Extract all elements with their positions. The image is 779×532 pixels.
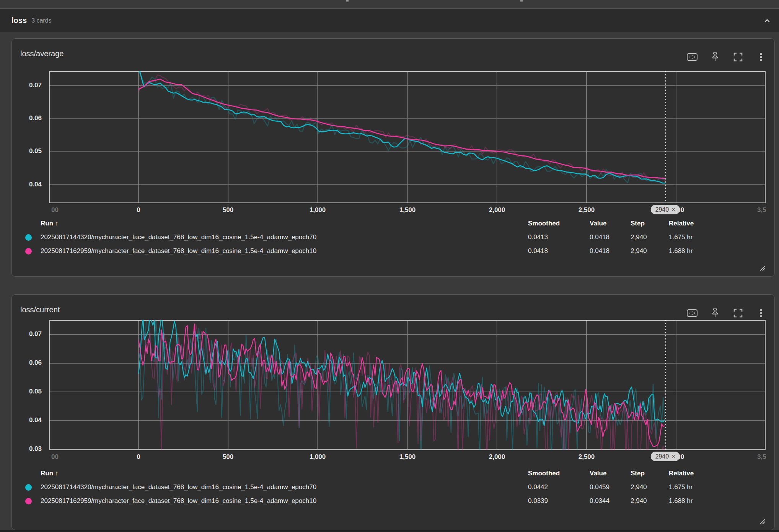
- y-tick-label: 0.03: [12, 445, 42, 452]
- y-tick-label: 0.05: [12, 147, 42, 155]
- resize-handle-icon[interactable]: [758, 517, 766, 525]
- fullscreen-icon: [733, 308, 743, 318]
- y-tick-label: 0.07: [12, 82, 42, 89]
- y-axis-labels: 0.070.060.050.04: [12, 71, 46, 205]
- x-tick-label: 0: [137, 206, 140, 214]
- column-header-run[interactable]: Run ↑: [41, 467, 528, 480]
- chart-title: loss/current: [20, 305, 60, 314]
- run-name[interactable]: 20250817162959/mycharacter_face_dataset_…: [41, 494, 528, 508]
- chart-card-loss-current: loss/current 0.070.060.050.040.03 05001,…: [11, 294, 775, 530]
- pin-button[interactable]: [708, 306, 722, 320]
- chart-title: loss/average: [20, 49, 64, 58]
- card-actions: [685, 50, 768, 64]
- x-axis-edge-label: 00: [51, 206, 59, 214]
- run-value: 0.0418: [590, 230, 631, 244]
- y-tick-label: 0.04: [12, 181, 42, 188]
- run-smoothed: 0.0413: [528, 230, 590, 244]
- run-color-dot: [25, 230, 41, 244]
- step-marker-pill[interactable]: 2940 ×: [651, 452, 680, 461]
- fit-to-data-icon: [686, 308, 698, 318]
- x-axis-edge-label: 00: [51, 453, 59, 461]
- step-marker-pill[interactable]: 2940 ×: [651, 205, 680, 214]
- x-tick-label: 1,500: [399, 453, 416, 461]
- fit-to-data-button[interactable]: [685, 306, 699, 320]
- x-tick-label: 1,000: [310, 453, 326, 461]
- chart-plot-area[interactable]: [49, 320, 766, 450]
- card-actions: [685, 306, 768, 320]
- x-tick-label: 0: [137, 453, 140, 461]
- column-header-relative[interactable]: Relative: [669, 467, 762, 480]
- run-relative: 1.688 hr: [669, 494, 762, 508]
- column-header-relative[interactable]: Relative: [669, 217, 762, 230]
- sort-arrow-icon: ↑: [55, 470, 59, 477]
- run-smoothed: 0.0442: [528, 480, 590, 494]
- clipped-toolbar-mark: [346, 0, 349, 2]
- run-step: 2,940: [631, 230, 669, 244]
- fit-to-data-icon: [686, 52, 698, 62]
- column-header-step[interactable]: Step: [631, 217, 669, 230]
- run-name[interactable]: 20250817144320/mycharacter_face_dataset_…: [41, 230, 528, 244]
- run-relative: 1.688 hr: [669, 244, 762, 258]
- more-options-button[interactable]: [754, 306, 768, 320]
- run-smoothed: 0.0418: [528, 244, 590, 258]
- run-step: 2,940: [631, 494, 669, 508]
- fullscreen-button[interactable]: [731, 306, 745, 320]
- section-header-loss: loss 3 cards: [0, 9, 779, 32]
- fullscreen-button[interactable]: [731, 50, 745, 64]
- clipped-toolbar: [0, 0, 779, 9]
- y-tick-label: 0.06: [12, 114, 42, 122]
- x-tick-label: 2,000: [489, 453, 505, 461]
- x-axis-edge-label: 3,5: [757, 453, 766, 461]
- column-header-step[interactable]: Step: [631, 467, 669, 480]
- section-collapse-button[interactable]: [761, 14, 774, 27]
- y-axis-labels: 0.070.060.050.040.03: [12, 320, 46, 452]
- fit-to-data-button[interactable]: [685, 50, 699, 64]
- resize-handle-icon[interactable]: [758, 264, 766, 272]
- cards-area: loss/average 0.070.060.050.04 05001,0001…: [0, 32, 779, 530]
- run-value: 0.0344: [590, 494, 631, 508]
- column-header-smoothed[interactable]: Smoothed: [528, 467, 590, 480]
- section-title: loss: [11, 16, 27, 25]
- run-smoothed: 0.0339: [528, 494, 590, 508]
- run-relative: 1.675 hr: [669, 480, 762, 494]
- run-name[interactable]: 20250817144320/mycharacter_face_dataset_…: [41, 480, 528, 494]
- horizontal-scrollbar-track[interactable]: [0, 530, 779, 532]
- chevron-up-icon: [763, 16, 771, 26]
- y-tick-label: 0.06: [12, 359, 42, 367]
- fullscreen-icon: [733, 52, 743, 62]
- column-header-smoothed[interactable]: Smoothed: [528, 217, 590, 230]
- kebab-menu-icon: [756, 52, 766, 62]
- x-tick-label: 500: [223, 453, 233, 461]
- runs-table: Run ↑ Smoothed Value Step Relative 20250…: [25, 467, 762, 508]
- column-header-value[interactable]: Value: [590, 467, 631, 480]
- column-header-run[interactable]: Run ↑: [41, 217, 528, 230]
- run-step: 2,940: [631, 244, 669, 258]
- x-tick-label: 1,000: [310, 206, 326, 214]
- run-relative: 1.675 hr: [669, 230, 762, 244]
- x-tick-label: 1,500: [399, 206, 416, 214]
- run-name[interactable]: 20250817162959/mycharacter_face_dataset_…: [41, 244, 528, 258]
- run-value: 0.0459: [590, 480, 631, 494]
- more-options-button[interactable]: [754, 50, 768, 64]
- series-raw-run1: [139, 320, 665, 450]
- pin-icon: [710, 52, 720, 62]
- x-tick-label: 2,500: [579, 206, 595, 214]
- x-tick-label: 500: [223, 206, 233, 214]
- pin-button[interactable]: [708, 50, 722, 64]
- sort-arrow-icon: ↑: [55, 220, 59, 227]
- column-header-value[interactable]: Value: [590, 217, 631, 230]
- section-card-count: 3 cards: [31, 17, 51, 24]
- x-axis-edge-label: 3,5: [757, 206, 766, 214]
- run-step: 2,940: [631, 480, 669, 494]
- clipped-toolbar-mark: [520, 0, 523, 2]
- close-icon[interactable]: ×: [671, 206, 675, 213]
- y-tick-label: 0.05: [12, 388, 42, 395]
- run-color-dot: [25, 494, 41, 508]
- chart-plot-area[interactable]: [49, 71, 766, 203]
- x-tick-label: 2,500: [579, 453, 595, 461]
- step-marker-value: 2940: [655, 206, 669, 213]
- run-color-dot: [25, 244, 41, 258]
- y-tick-label: 0.07: [12, 330, 42, 338]
- chart-card-loss-average: loss/average 0.070.060.050.04 05001,0001…: [11, 38, 775, 277]
- close-icon[interactable]: ×: [671, 453, 675, 460]
